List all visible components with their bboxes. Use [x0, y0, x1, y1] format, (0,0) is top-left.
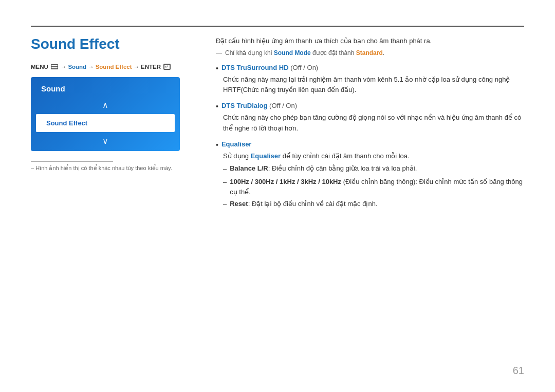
balance-label: Balance L/R — [230, 164, 268, 172]
tv-menu: Sound ∧ Sound Effect ∨ — [31, 77, 180, 151]
section-title-2: DTS TruDialog (Off / On) — [221, 102, 297, 109]
page-container: Sound Effect MENU → Sound → Sound Effect… — [0, 0, 555, 392]
note-dash: ― — [216, 49, 222, 57]
intro-text: Đặt cấu hình hiệu ứng âm thanh ưa thích … — [216, 36, 524, 46]
sub-dash-3: – — [223, 199, 227, 210]
section-title-row-1: • DTS TruSurround HD (Off / On) — [216, 64, 524, 72]
section-dts-trusurround: • DTS TruSurround HD (Off / On) Chức năn… — [216, 64, 524, 96]
section-title-row-3: • Equaliser — [216, 140, 524, 149]
dts-trudialog-label: DTS TruDialog — [221, 102, 268, 109]
top-rule — [31, 26, 524, 27]
section-body-2: Chức năng này cho phép bạn tăng cường độ… — [216, 113, 524, 134]
sub-text-balance: Balance L/R: Điều chỉnh độ cân bằng giữa… — [230, 163, 417, 174]
dts-trudialog-options: (Off / On) — [269, 102, 297, 109]
arrow3: → — [134, 64, 140, 70]
page-title: Sound Effect — [31, 36, 195, 52]
footnote: – Hình ảnh hiển thị có thể khác nhau tùy… — [31, 165, 195, 172]
section-title-3: Equaliser — [221, 140, 252, 148]
tv-menu-arrow-down[interactable]: ∨ — [31, 134, 180, 151]
menu-path: MENU → Sound → Sound Effect → ENTER — [31, 64, 195, 70]
sub-item-balance: – Balance L/R: Điều chỉnh độ cân bằng gi… — [223, 163, 524, 175]
footnote-line — [31, 161, 113, 162]
bullet-3: • — [216, 141, 218, 149]
sub-dash-1: – — [223, 164, 227, 175]
section-equaliser: • Equaliser Sử dụng Equaliser để tùy chỉ… — [216, 140, 524, 210]
arrow1: → — [61, 64, 67, 70]
equaliser-label: Equaliser — [221, 140, 252, 148]
sub-item-reset: – Reset: Đặt lại bộ điều chỉnh về cài đặ… — [223, 199, 524, 210]
sub-text-reset: Reset: Đặt lại bộ điều chỉnh về cài đặt … — [230, 199, 377, 209]
arrow2: → — [88, 64, 94, 70]
page-number: 61 — [513, 365, 524, 377]
dts-trusurround-label: DTS TruSurround HD — [221, 64, 289, 71]
sound-effect-link: Sound Effect — [96, 64, 132, 70]
tv-menu-arrow-up[interactable]: ∧ — [31, 98, 180, 112]
freq-label: 100Hz / 300Hz / 1kHz / 3kHz / 10kHz — [230, 178, 341, 185]
section-title-row-2: • DTS TruDialog (Off / On) — [216, 102, 524, 110]
section-body-1: Chức năng này mang lại trải nghiệm âm th… — [216, 74, 524, 96]
bullet-2: • — [216, 102, 218, 110]
bullet-1: • — [216, 64, 218, 72]
sub-dash-2: – — [223, 177, 227, 188]
note-text: ― Chỉ khả dụng khi Sound Mode được đặt t… — [216, 49, 524, 57]
content-area: Sound Effect MENU → Sound → Sound Effect… — [31, 36, 524, 371]
note-content: Chỉ khả dụng khi Sound Mode được đặt thà… — [225, 49, 384, 57]
sub-item-freq: – 100Hz / 300Hz / 1kHz / 3kHz / 10kHz (Đ… — [223, 177, 524, 197]
standard-label: Standard — [356, 49, 383, 57]
section-dts-trudialog: • DTS TruDialog (Off / On) Chức năng này… — [216, 102, 524, 134]
tv-menu-selected-item[interactable]: Sound Effect — [36, 114, 175, 132]
menu-icon — [51, 64, 58, 69]
sub-text-freq: 100Hz / 300Hz / 1kHz / 3kHz / 10kHz (Điề… — [230, 177, 524, 197]
right-panel: Đặt cấu hình hiệu ứng âm thanh ưa thích … — [216, 36, 524, 371]
enter-label: ENTER — [141, 64, 161, 70]
section-body-3: Sử dụng Equaliser để tùy chỉnh cài đặt â… — [216, 151, 524, 210]
sound-mode-label: Sound Mode — [274, 49, 311, 57]
dts-trusurround-options: (Off / On) — [290, 64, 318, 71]
menu-label: MENU — [31, 64, 48, 70]
reset-label: Reset — [230, 200, 248, 208]
sound-link: Sound — [68, 64, 86, 70]
enter-icon — [163, 64, 171, 70]
tv-menu-header: Sound — [31, 77, 180, 98]
left-panel: Sound Effect MENU → Sound → Sound Effect… — [31, 36, 195, 371]
equaliser-inline: Equaliser — [251, 152, 281, 160]
section-title-1: DTS TruSurround HD (Off / On) — [221, 64, 318, 71]
